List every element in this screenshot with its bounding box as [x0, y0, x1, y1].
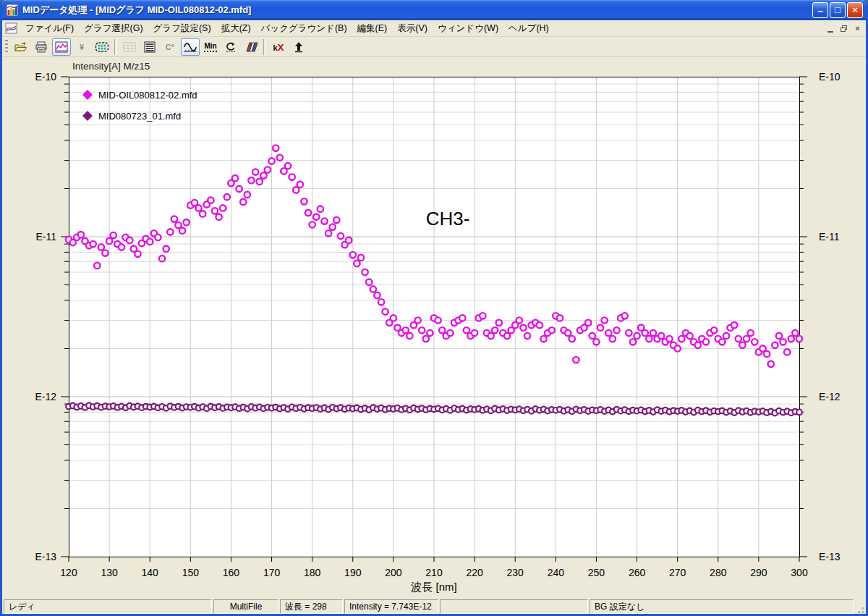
fit-view-icon [95, 41, 109, 53]
svg-text:E-11: E-11 [35, 231, 56, 242]
table-grid-button [120, 38, 139, 56]
svg-text:250: 250 [588, 567, 605, 578]
mdi-restore-button[interactable] [837, 23, 851, 34]
data-list-icon [143, 41, 156, 53]
svg-text:160: 160 [223, 567, 240, 578]
redraw-button[interactable] [221, 38, 240, 56]
svg-text:170: 170 [263, 567, 281, 578]
chart-area: E-10E-10E-11E-11E-12E-12E-13E-1312013014… [2, 57, 866, 599]
export-button[interactable] [289, 38, 308, 56]
document-icon[interactable] [5, 22, 17, 34]
menu-bar: ファイル(F) グラフ選択(G) グラフ設定(S) 拡大(Z) バックグラウンド… [2, 20, 866, 37]
svg-text:230: 230 [507, 567, 524, 578]
graph-icon [55, 41, 68, 53]
svg-text:220: 220 [466, 567, 483, 578]
svg-text:150: 150 [182, 567, 200, 578]
status-bar: レディ MultiFile 波長 = 298 Intensity = 7.743… [2, 599, 866, 615]
menu-edit[interactable]: 編集(E) [352, 21, 393, 36]
yen-icon: ¥ [80, 43, 84, 51]
svg-text:E-12: E-12 [35, 391, 56, 402]
close-button[interactable]: × [847, 2, 863, 18]
svg-text:140: 140 [142, 567, 159, 578]
toolbar-separator [263, 39, 266, 55]
fit-display-button[interactable] [93, 38, 111, 56]
table-grid-icon [123, 41, 136, 53]
svg-text:260: 260 [629, 567, 646, 578]
status-bg-setting: BG 設定なし [590, 599, 854, 614]
clear-marker-icon: kX [273, 42, 284, 53]
x-axis-labels: 1201301401501601701801902002102202302402… [60, 567, 808, 578]
menu-zoom[interactable]: 拡大(Z) [216, 21, 256, 36]
svg-text:120: 120 [60, 567, 77, 578]
print-button[interactable] [32, 38, 51, 56]
wave-icon [183, 41, 197, 53]
up-arrow-icon [293, 41, 305, 53]
menu-graph-settings[interactable]: グラフ設定(S) [148, 21, 216, 36]
status-ready: レディ [4, 599, 212, 614]
rotate-arrow-icon [224, 41, 237, 53]
toolbar-grip[interactable] [5, 40, 8, 54]
x-axis-title: 波長 [nm] [411, 581, 456, 593]
minimize-icon [827, 25, 833, 33]
mdi-window-controls: × [823, 23, 864, 34]
resize-grip[interactable] [855, 599, 864, 614]
svg-text:270: 270 [669, 567, 686, 578]
svg-text:200: 200 [385, 567, 402, 578]
chart-title: Intensity[A] M/z15 [72, 61, 150, 72]
title-bar[interactable]: MIDデータ処理 - [MIDグラフ MID-OIL080812-02.mfd]… [2, 0, 866, 20]
status-intensity: Intensity = 7.743E-12 [344, 599, 438, 614]
celsius-icon: C° [166, 43, 174, 51]
status-empty [440, 599, 588, 614]
svg-text:E-12: E-12 [819, 391, 841, 402]
minimize-button[interactable]: – [812, 2, 828, 18]
svg-text:E-11: E-11 [819, 231, 840, 242]
legend-label-0: MID-OIL080812-02.mfd [98, 90, 197, 101]
min-icon: Min [204, 42, 216, 52]
mdi-close-button[interactable]: × [851, 23, 864, 34]
window-title: MIDデータ処理 - [MIDグラフ MID-OIL080812-02.mfd] [22, 4, 811, 17]
app-icon [6, 4, 19, 17]
mid-graph[interactable]: E-10E-10E-11E-11E-12E-12E-13E-1312013014… [2, 57, 866, 599]
background-layers-icon [244, 41, 258, 53]
open-file-button[interactable] [12, 38, 30, 56]
mdi-minimize-button[interactable] [823, 23, 837, 34]
toolbar: ¥ C [2, 37, 866, 57]
data-list-button[interactable] [140, 38, 159, 56]
menu-background[interactable]: バックグラウンド(B) [256, 21, 352, 36]
svg-text:240: 240 [548, 567, 565, 578]
menu-file[interactable]: ファイル(F) [20, 21, 79, 36]
svg-text:210: 210 [425, 567, 443, 578]
background-button[interactable] [242, 38, 260, 56]
open-folder-icon [14, 41, 27, 53]
app-window: MIDデータ処理 - [MIDグラフ MID-OIL080812-02.mfd]… [0, 0, 868, 616]
svg-text:290: 290 [750, 567, 767, 578]
legend-label-1: MID080723_01.mfd [98, 111, 181, 122]
svg-text:280: 280 [710, 567, 727, 578]
restore-icon [841, 25, 847, 32]
status-mode: MultiFile [213, 599, 278, 614]
status-wavelength: 波長 = 298 [280, 599, 343, 614]
menu-help[interactable]: ヘルプ(H) [503, 21, 554, 36]
toolbar-separator [114, 39, 117, 55]
marker-pin-button: ¥ [72, 38, 91, 56]
svg-text:E-10: E-10 [35, 71, 56, 83]
clear-marker-button[interactable]: kX [269, 38, 288, 56]
svg-text:E-10: E-10 [819, 71, 841, 83]
svg-text:130: 130 [101, 567, 118, 578]
annotation-ch3: CH3- [426, 208, 470, 229]
menu-window[interactable]: ウィンドウ(W) [433, 21, 503, 36]
printer-icon [35, 41, 48, 53]
svg-text:E-13: E-13 [819, 551, 841, 562]
svg-text:180: 180 [304, 567, 321, 578]
menu-graph-select[interactable]: グラフ選択(G) [79, 21, 148, 36]
svg-text:E-13: E-13 [35, 551, 56, 562]
graph-view-button[interactable] [52, 38, 71, 56]
smoothing-button[interactable] [181, 38, 200, 56]
svg-text:300: 300 [791, 567, 808, 578]
maximize-button[interactable]: □ [830, 2, 846, 18]
svg-text:190: 190 [344, 567, 362, 578]
min-scale-button[interactable]: Min [201, 38, 220, 56]
temperature-button: C° [161, 38, 179, 56]
menu-view[interactable]: 表示(V) [392, 21, 433, 36]
